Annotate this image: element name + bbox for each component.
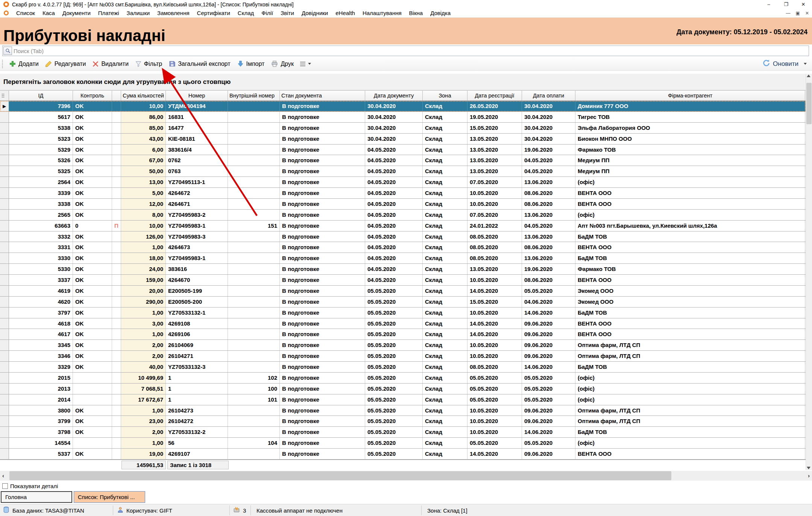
vertical-scrollbar[interactable] [806, 74, 812, 470]
search-input[interactable] [13, 46, 809, 55]
column-header-doc_date[interactable]: Дата документу [365, 91, 423, 100]
table-row[interactable]: 3337OK159,004264670В подготовке04.05.202… [0, 275, 806, 286]
column-header-reg_date[interactable]: Дата реєстрації [467, 91, 522, 100]
column-header-control[interactable]: Контроль [73, 91, 112, 100]
table-row[interactable]: 3799OK23,0026104272В подготовке05.05.202… [0, 416, 806, 427]
table-row[interactable]: ▶7396OK10,00УТДМ0304194В подготовке30.04… [0, 101, 806, 112]
cell-pay_date: 08.06.2020 [522, 188, 575, 198]
cell-qty: 24,00 [121, 264, 166, 274]
table-row[interactable]: 5617OK86,0016831В подготовке30.04.2020Ск… [0, 112, 806, 123]
tab-home[interactable]: Головна [1, 491, 72, 503]
vertical-scroll-thumb[interactable] [806, 83, 812, 124]
toolbar-grip[interactable] [2, 59, 3, 68]
menu-item-3[interactable]: Документи [59, 9, 94, 17]
import-button[interactable]: Імпорт [234, 59, 268, 69]
menu-item-13[interactable]: Налаштування [359, 9, 405, 17]
view-options-button[interactable] [297, 60, 314, 68]
column-header-internal[interactable]: Внутрішній номер [228, 91, 280, 100]
table-row[interactable]: 5325OK50,000763В подготовке04.05.2020Скл… [0, 166, 806, 177]
close-button[interactable]: ✕ [795, 0, 812, 9]
table-row[interactable]: 5326OK67,000762В подготовке04.05.2020Скл… [0, 155, 806, 166]
menu-item-4[interactable]: Платежі [94, 9, 123, 17]
table-row[interactable]: 3346OK2,0026104271В подготовке05.05.2020… [0, 351, 806, 362]
refresh-button[interactable]: Оновити [762, 59, 798, 68]
table-row[interactable]: 4620OK290,00E200505-200В подготовке05.05… [0, 297, 806, 307]
cell-flag [112, 449, 121, 459]
menu-item-8[interactable]: Склад [234, 9, 258, 17]
refresh-chevron-icon[interactable] [804, 63, 807, 65]
add-button[interactable]: Додати [6, 59, 42, 69]
table-row[interactable]: 4617OK1,004269106В подготовке05.05.2020С… [0, 329, 806, 340]
minimize-button[interactable]: – [760, 0, 777, 9]
scroll-right-icon[interactable]: › [808, 472, 810, 479]
table-row[interactable]: 145541,0056104В подготовке05.05.2020Скла… [0, 438, 806, 449]
column-header-number[interactable]: Номер [166, 91, 228, 100]
cell-id: 3345 [9, 340, 73, 350]
table-row[interactable]: 5323OK43,00KIE-08181В подготовке30.04.20… [0, 134, 806, 145]
menu-item-7[interactable]: Сертифікати [193, 9, 234, 17]
scroll-down-icon[interactable] [807, 467, 810, 469]
table-row[interactable]: 5330OK24,00383616В подготовке04.05.2020С… [0, 264, 806, 275]
cell-firm: Медиум ПП [575, 155, 805, 166]
menu-item-10[interactable]: Звіти [277, 9, 298, 17]
tab-list-receipts[interactable]: Список: Прибуткові ... [74, 491, 145, 503]
restore-button[interactable]: ❐ [777, 0, 795, 9]
table-row[interactable]: 5338OK85,0016477В подготовке30.04.2020Ск… [0, 123, 806, 134]
mdi-close-icon[interactable]: ✕ [805, 11, 809, 16]
column-header-id[interactable]: ІД [9, 91, 73, 100]
row-indicator [0, 134, 9, 144]
table-row[interactable]: 3339OK5,004264672В подготовке04.05.2020С… [0, 188, 806, 199]
table-row[interactable]: 5337OK19,004269107В подготовке05.05.2020… [0, 449, 806, 460]
cell-id: 5337 [9, 449, 73, 459]
menu-item-9[interactable]: Філії [258, 9, 277, 17]
column-header-firm[interactable]: Фірма-контрагент [575, 91, 805, 100]
menu-item-15[interactable]: Довідка [426, 9, 454, 17]
horizontal-scroll-thumb[interactable] [9, 471, 671, 480]
table-row[interactable]: 4618OK3,004269108В подготовке05.05.2020С… [0, 318, 806, 329]
scroll-up-icon[interactable] [807, 75, 810, 77]
column-header-pay_date[interactable]: Дата оплати [522, 91, 575, 100]
column-header-qty[interactable]: Сума кількостей [121, 91, 166, 100]
menu-item-2[interactable]: Каса [39, 9, 59, 17]
table-row[interactable]: 3338OK12,004264671В подготовке04.05.2020… [0, 199, 806, 210]
menu-item-14[interactable]: Вікна [405, 9, 427, 17]
column-header-state[interactable]: Стан документа [280, 91, 365, 100]
menu-item-1[interactable]: Список [12, 9, 39, 17]
menu-item-5[interactable]: Залишки [123, 9, 154, 17]
table-row[interactable]: 3800OK1,0026104273В подготовке05.05.2020… [0, 405, 806, 416]
export-button[interactable]: Загальний експорт [165, 59, 234, 69]
table-row[interactable]: 2565OK8,00YZ70495983-2В подготовке04.05.… [0, 210, 806, 221]
table-row[interactable]: 3798OK2,00YZ70533132-2В подготовке05.05.… [0, 427, 806, 438]
table-row[interactable]: 3330OK18,00YZ70495983-1В подготовке04.05… [0, 253, 806, 264]
table-row[interactable]: 4619OK20,00E200505-199В подготовке05.05.… [0, 286, 806, 297]
print-button[interactable]: Друк [268, 59, 297, 69]
cell-state: В подготовке [280, 329, 365, 339]
horizontal-scrollbar[interactable]: ‹ › [0, 471, 812, 481]
search-icon[interactable] [3, 47, 12, 55]
table-row[interactable]: 3345OK2,0026104069В подготовке05.05.2020… [0, 340, 806, 351]
table-row[interactable]: 201417 672,671101В подготовке05.05.2020С… [0, 394, 806, 405]
table-row[interactable]: 636630П10,00YZ70495983-1151В подготовке0… [0, 221, 806, 231]
table-row[interactable]: 2564OK13,00YZ70495113-1В подготовке04.05… [0, 177, 806, 188]
group-by-panel[interactable]: Перетягніть заголовок колонки сюди для у… [0, 74, 806, 90]
table-row[interactable]: 3797OK1,00YZ70533132-1В подготовке05.05.… [0, 307, 806, 318]
table-row[interactable]: 5329OK6,00383616/4В подготовке04.05.2020… [0, 145, 806, 155]
table-row[interactable]: 3329OK40,00YZ70533132-3В подготовке05.05… [0, 362, 806, 373]
edit-button[interactable]: Редагувати [42, 59, 90, 69]
mdi-minimize-icon[interactable]: — [786, 11, 791, 16]
scroll-left-icon[interactable]: ‹ [2, 472, 4, 479]
delete-button[interactable]: Видалити [89, 59, 132, 69]
column-header-zone[interactable]: Зона [423, 91, 467, 100]
column-header-flag[interactable] [112, 91, 121, 100]
show-details-checkbox[interactable] [2, 483, 8, 489]
filter-button[interactable]: Фільтр [132, 59, 165, 69]
table-row[interactable]: 3331OK1,004264673В подготовке04.05.2020С… [0, 242, 806, 253]
table-row[interactable]: 201510 499,691102В подготовке05.05.2020С… [0, 373, 806, 384]
table-row[interactable]: 3332OK126,00YZ70495983-3В подготовке04.0… [0, 231, 806, 242]
menu-item-11[interactable]: Довідники [298, 9, 332, 17]
menu-item-12[interactable]: eHealth [332, 9, 359, 17]
menu-item-6[interactable]: Замовлення [153, 9, 193, 17]
mdi-restore-icon[interactable]: ▣ [796, 11, 800, 16]
show-details-toggle[interactable]: Показувати деталі [2, 483, 58, 489]
table-row[interactable]: 20137 068,511100В подготовке05.05.2020Ск… [0, 384, 806, 394]
